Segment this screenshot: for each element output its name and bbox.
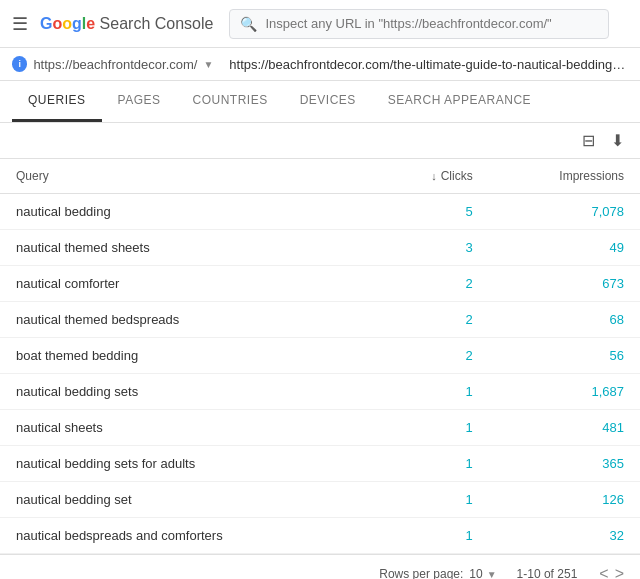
- url-inspect-input[interactable]: [265, 16, 598, 31]
- app-logo: Google Search Console: [40, 15, 213, 33]
- impressions-cell: 68: [489, 302, 640, 338]
- col-header-impressions: Impressions: [489, 159, 640, 194]
- tab-pages[interactable]: PAGES: [102, 81, 177, 122]
- pagination-range: 1-10 of 251: [517, 567, 578, 579]
- clicks-cell: 1: [374, 374, 489, 410]
- filter-icon[interactable]: ⊟: [582, 131, 595, 150]
- clicks-cell: 2: [374, 266, 489, 302]
- url-inspect-bar[interactable]: 🔍: [229, 9, 609, 39]
- tab-devices[interactable]: DEVICES: [284, 81, 372, 122]
- table-row: nautical bedding set1126: [0, 482, 640, 518]
- table-row: nautical bedding sets11,687: [0, 374, 640, 410]
- table-header-row: Query ↓Clicks Impressions: [0, 159, 640, 194]
- table-row: nautical bedding57,078: [0, 194, 640, 230]
- rows-dropdown-icon[interactable]: ▼: [487, 569, 497, 580]
- query-cell[interactable]: nautical bedding set: [0, 482, 374, 518]
- query-cell[interactable]: nautical themed sheets: [0, 230, 374, 266]
- impressions-cell: 49: [489, 230, 640, 266]
- rows-per-page-label: Rows per page:: [379, 567, 463, 579]
- clicks-cell: 1: [374, 446, 489, 482]
- table-body: nautical bedding57,078nautical themed sh…: [0, 194, 640, 554]
- impressions-cell: 126: [489, 482, 640, 518]
- clicks-cell: 1: [374, 518, 489, 554]
- url-bar: i https://beachfrontdecor.com/ ▼ https:/…: [0, 48, 640, 81]
- top-bar: ☰ Google Search Console 🔍: [0, 0, 640, 48]
- query-cell[interactable]: nautical sheets: [0, 410, 374, 446]
- table-row: nautical bedspreads and comforters132: [0, 518, 640, 554]
- tab-countries[interactable]: COUNTRIES: [176, 81, 283, 122]
- search-icon: 🔍: [240, 16, 257, 32]
- sort-icon: ↓: [431, 170, 437, 182]
- prev-page-button[interactable]: <: [599, 565, 608, 579]
- col-header-query: Query: [0, 159, 374, 194]
- download-icon[interactable]: ⬇: [611, 131, 624, 150]
- url-dropdown-icon[interactable]: ▼: [203, 59, 213, 70]
- clicks-cell: 5: [374, 194, 489, 230]
- impressions-cell: 673: [489, 266, 640, 302]
- table-row: nautical bedding sets for adults1365: [0, 446, 640, 482]
- table-row: nautical themed bedspreads268: [0, 302, 640, 338]
- clicks-cell: 1: [374, 410, 489, 446]
- clicks-cell: 2: [374, 302, 489, 338]
- rows-per-page-value: 10: [469, 567, 482, 579]
- url-domain: https://beachfrontdecor.com/: [33, 57, 197, 72]
- impressions-cell: 32: [489, 518, 640, 554]
- full-url: https://beachfrontdecor.com/the-ultimate…: [229, 57, 628, 72]
- impressions-cell: 481: [489, 410, 640, 446]
- query-cell[interactable]: nautical bedspreads and comforters: [0, 518, 374, 554]
- table-row: boat themed bedding256: [0, 338, 640, 374]
- clicks-cell: 1: [374, 482, 489, 518]
- table-row: nautical themed sheets349: [0, 230, 640, 266]
- favicon: i: [12, 56, 27, 72]
- tab-search-appearance[interactable]: SEARCH APPEARANCE: [372, 81, 547, 122]
- table-controls: ⊟ ⬇: [0, 123, 640, 159]
- clicks-cell: 2: [374, 338, 489, 374]
- query-cell[interactable]: nautical themed bedspreads: [0, 302, 374, 338]
- tab-queries[interactable]: QUERIES: [12, 81, 102, 122]
- impressions-cell: 1,687: [489, 374, 640, 410]
- table-footer: Rows per page: 10 ▼ 1-10 of 251 < >: [0, 554, 640, 579]
- tabs-bar: QUERIES PAGES COUNTRIES DEVICES SEARCH A…: [0, 81, 640, 123]
- clicks-cell: 3: [374, 230, 489, 266]
- table-row: nautical sheets1481: [0, 410, 640, 446]
- query-cell[interactable]: boat themed bedding: [0, 338, 374, 374]
- query-cell[interactable]: nautical bedding sets for adults: [0, 446, 374, 482]
- query-cell[interactable]: nautical bedding sets: [0, 374, 374, 410]
- next-page-button[interactable]: >: [615, 565, 624, 579]
- col-header-clicks[interactable]: ↓Clicks: [374, 159, 489, 194]
- menu-icon[interactable]: ☰: [12, 13, 28, 35]
- query-cell[interactable]: nautical comforter: [0, 266, 374, 302]
- query-cell[interactable]: nautical bedding: [0, 194, 374, 230]
- table-row: nautical comforter2673: [0, 266, 640, 302]
- queries-table: Query ↓Clicks Impressions nautical beddi…: [0, 159, 640, 554]
- impressions-cell: 56: [489, 338, 640, 374]
- impressions-cell: 7,078: [489, 194, 640, 230]
- impressions-cell: 365: [489, 446, 640, 482]
